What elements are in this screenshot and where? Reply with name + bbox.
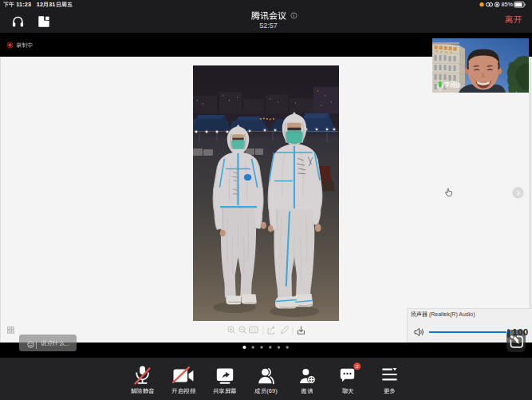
- svg-text:85%: 85%: [502, 1, 514, 8]
- svg-text:1:1: 1:1: [250, 327, 256, 332]
